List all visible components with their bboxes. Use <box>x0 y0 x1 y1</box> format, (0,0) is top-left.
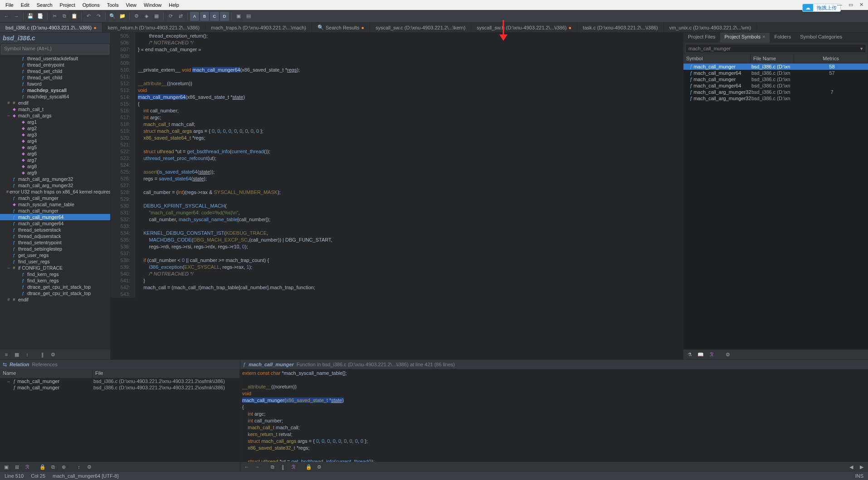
symbol-row[interactable]: ƒmach_call_arg_munger32bsd_i386.c (D:\xn <box>683 95 868 102</box>
tree-row[interactable]: ƒthread_adjuserstack <box>0 233 110 239</box>
layout2-icon[interactable]: ▤ <box>244 12 253 21</box>
box-b-icon[interactable]: B <box>200 12 209 21</box>
browse-icon[interactable]: 📁 <box>118 12 127 21</box>
expand-icon[interactable]: ⊕ <box>59 462 68 471</box>
list-icon[interactable]: ≡ <box>2 350 11 359</box>
tree-row[interactable]: ◆arg5 <box>0 144 110 150</box>
filter-icon[interactable]: ⚗ <box>685 350 694 359</box>
tree-row[interactable]: ◆arg2 <box>0 125 110 131</box>
col-file[interactable]: File <box>93 369 240 378</box>
box-a-icon[interactable]: A <box>190 12 199 21</box>
prev-right-icon[interactable]: ▶ <box>857 462 866 471</box>
tree-row[interactable]: ◆arg6 <box>0 150 110 157</box>
tree-row[interactable]: ƒmach_call_munger <box>0 208 110 214</box>
tree-row[interactable]: ƒthread_set_child <box>0 68 110 74</box>
prev-left-icon[interactable]: ◀ <box>847 462 856 471</box>
tree-row[interactable]: ◆arg9 <box>0 170 110 176</box>
tree-row[interactable]: ƒmach_call_munger64 <box>0 214 110 220</box>
nav-back-icon[interactable]: ← <box>2 12 11 21</box>
menu-search[interactable]: Search <box>33 1 56 9</box>
project-tab[interactable]: Project Symbols× <box>720 33 770 43</box>
nav-fwd-icon[interactable]: → <box>12 12 21 21</box>
tree-row[interactable]: ƒthread_entrypoint <box>0 62 110 68</box>
tool-icon[interactable]: ⚙ <box>132 12 141 21</box>
prev-gear-icon[interactable]: ⚙ <box>315 462 324 471</box>
relation-row[interactable]: –ƒmach_call_mungerbsd_i386.c (D:\xnu-490… <box>0 378 240 384</box>
tree-row[interactable]: ƒdtrace_get_cpu_int_stack_top <box>0 284 110 290</box>
symbol-row[interactable]: ƒmach_call_mungerbsd_i386.c (D:\xn58 <box>683 63 868 70</box>
col-name[interactable]: Name <box>0 369 93 378</box>
tree-row[interactable]: ƒmach_call_arg_munger32 <box>0 182 110 189</box>
file-tab[interactable]: 🔍 Search Results ● <box>312 23 370 32</box>
redo-icon[interactable]: ↷ <box>94 12 103 21</box>
menu-file[interactable]: File <box>2 1 17 9</box>
tool3-icon[interactable]: ▦ <box>152 12 161 21</box>
col-symbol[interactable]: Symbol <box>683 54 751 63</box>
menu-project[interactable]: Project <box>56 1 79 9</box>
tree-row[interactable]: ##endif <box>0 296 110 303</box>
menu-tools[interactable]: Tools <box>103 1 122 9</box>
gear2-icon[interactable]: ⚙ <box>85 462 94 471</box>
tree-twisty[interactable]: – <box>6 113 11 118</box>
tree-row[interactable]: ƒget_user_regs <box>0 252 110 258</box>
file-tab[interactable]: syscall_sw.c (D:\xnu-4903.221.2\...\kern… <box>370 23 471 32</box>
tree-row[interactable]: ƒthread_userstackdefault <box>0 55 110 62</box>
file-tab[interactable]: bsd_i386.c (D:\xnu-4903.221.2\...\i386) … <box>0 23 102 32</box>
file-tab[interactable]: syscall_sw.h (D:\xnu-4903.221.2\...\i386… <box>471 23 577 32</box>
preview-code[interactable]: extern const char *mach_syscall_name_tab… <box>240 369 868 462</box>
tree-twisty[interactable]: # <box>6 297 11 302</box>
tree-row[interactable]: ƒfind_kern_regs <box>0 277 110 284</box>
file-tab[interactable]: kern_return.h (D:\xnu-4903.221.2\...\i38… <box>102 23 205 32</box>
symbol-tree[interactable]: ƒthread_userstackdefaultƒthread_entrypoi… <box>0 55 110 349</box>
file-tab[interactable]: vm_unix.c (D:\xnu-4903.221.2\...\vm) <box>664 23 757 32</box>
col-filename[interactable]: File Name <box>751 54 794 63</box>
tree-row[interactable]: ƒthread_setentrypoint <box>0 239 110 246</box>
tree-twisty[interactable]: – <box>7 378 12 384</box>
prev-back-icon[interactable]: ← <box>242 462 251 471</box>
menu-options[interactable]: Options <box>79 1 103 9</box>
tree-row[interactable]: ##endif <box>0 100 110 106</box>
cut-icon[interactable]: ✂ <box>50 12 59 21</box>
code-editor[interactable]: 505:506:507:508:509:510:511:512:513:514:… <box>111 33 683 359</box>
copy-icon[interactable]: ⧉ <box>60 12 69 21</box>
symbol-row[interactable]: ƒmach_call_mungerbsd_i386.c (D:\xn <box>683 76 868 82</box>
gear-icon[interactable]: ⚙ <box>49 350 58 359</box>
prev-fwd-icon[interactable]: → <box>253 462 262 471</box>
tree-twisty[interactable]: – <box>6 266 11 270</box>
tree-icon[interactable]: ⊞ <box>12 462 21 471</box>
undo-icon[interactable]: ↶ <box>84 12 93 21</box>
refresh-icon[interactable]: ⟳ <box>166 12 175 21</box>
sort2-icon[interactable]: ↕ <box>74 462 83 471</box>
search-icon[interactable]: 🔍 <box>108 12 117 21</box>
tree-row[interactable]: ◆arg4 <box>0 138 110 144</box>
tree-row[interactable]: ƒmach_call_munger <box>0 195 110 201</box>
tree-row[interactable]: ƒfind_user_regs <box>0 258 110 265</box>
tree-row[interactable]: ◆arg1 <box>0 119 110 125</box>
project-tab[interactable]: Folders <box>770 33 795 43</box>
sort-icon[interactable]: ↕ <box>23 350 32 359</box>
prev-copy-icon[interactable]: ⧉ <box>268 462 277 471</box>
project-tab[interactable]: Symbol Categories <box>795 33 847 43</box>
file-tab[interactable]: task.c (D:\xnu-4903.221.2\...\i386) <box>577 23 664 32</box>
symbol-row[interactable]: ƒmach_call_munger64bsd_i386.c (D:\xn57 <box>683 70 868 76</box>
dropdown-icon[interactable]: ▾ <box>860 46 863 52</box>
file-tab[interactable]: mach_traps.h (D:\xnu-4903.221.2\...\mach… <box>205 23 312 32</box>
tree-twisty[interactable]: # <box>6 101 11 105</box>
link-icon[interactable]: ℛ <box>707 350 716 359</box>
tree-row[interactable]: #error U32 mach traps on x86_64 kernel r… <box>0 189 110 195</box>
rel-link-icon[interactable]: ℛ <box>23 462 32 471</box>
copy2-icon[interactable]: ⧉ <box>49 462 58 471</box>
project-tab[interactable]: Project Files <box>683 33 720 43</box>
tree-row[interactable]: ◆mach_syscall_name_table <box>0 201 110 208</box>
menu-help[interactable]: Help <box>165 1 183 9</box>
save-icon[interactable]: 💾 <box>26 12 35 21</box>
tool2-icon[interactable]: ◈ <box>142 12 151 21</box>
tree-row[interactable]: ƒfind_kern_regs <box>0 271 110 277</box>
tree-row[interactable]: ƒthread_setsinglestep <box>0 246 110 252</box>
prev-lock-icon[interactable]: 🔒 <box>304 462 313 471</box>
tree-row[interactable]: ◆mach_call_t <box>0 106 110 112</box>
tree-row[interactable]: –#if CONFIG_DTRACE <box>0 265 110 271</box>
prev-cols-icon[interactable]: ‖ <box>278 462 288 471</box>
save-all-icon[interactable]: 📑 <box>36 12 45 21</box>
tree-row[interactable]: ◆arg7 <box>0 157 110 163</box>
